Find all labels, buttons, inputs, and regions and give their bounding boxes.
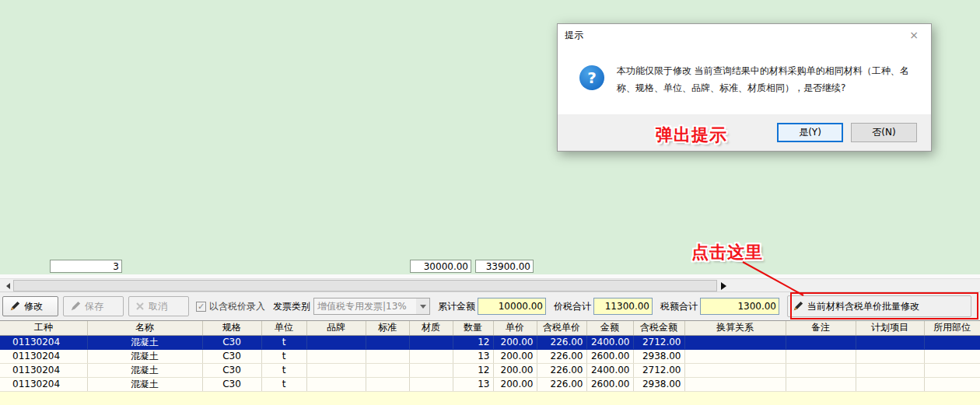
table-row[interactable]: 01130204混凝土C30t13200.00226.002600.002938… (0, 349, 980, 363)
tax-total-field[interactable] (700, 298, 779, 315)
cell[interactable]: 2938.00 (633, 349, 684, 363)
cell[interactable] (409, 377, 453, 391)
question-icon: ? (579, 65, 604, 90)
cell[interactable] (924, 335, 980, 349)
cell[interactable]: 2600.00 (586, 349, 633, 363)
summary-tax-amount-field[interactable] (475, 260, 534, 273)
cell[interactable]: 12 (453, 363, 493, 377)
cell[interactable]: t (261, 335, 306, 349)
cell[interactable]: 226.00 (537, 377, 586, 391)
cell[interactable] (856, 335, 924, 349)
batch-modify-button[interactable]: 当前材料含税单价批量修改 (787, 295, 971, 317)
dialog-titlebar[interactable]: 提示 (558, 24, 931, 46)
cell[interactable]: 2712.00 (633, 363, 684, 377)
cell[interactable]: 200.00 (493, 335, 537, 349)
save-button[interactable]: 保存 (63, 296, 124, 316)
no-button[interactable]: 否(N) (851, 123, 917, 142)
cell[interactable] (924, 377, 980, 391)
cumulative-amount-field[interactable] (478, 298, 546, 315)
cell[interactable]: 2938.00 (633, 377, 684, 391)
column-header-12: 换算关系 (684, 321, 786, 335)
cell[interactable]: 200.00 (493, 377, 537, 391)
annotation-arrow-line (735, 260, 813, 299)
cell[interactable] (924, 349, 980, 363)
cell[interactable] (366, 349, 409, 363)
cancel-button[interactable]: 取消 (128, 296, 189, 316)
dialog-footer: 是(Y) 否(N) (558, 114, 931, 151)
cell[interactable] (684, 377, 786, 391)
cell[interactable]: C30 (202, 363, 261, 377)
cell[interactable] (786, 335, 856, 349)
cell[interactable]: 13 (453, 349, 493, 363)
cell[interactable] (856, 349, 924, 363)
cell[interactable]: 226.00 (537, 349, 586, 363)
column-header-2: 规格 (202, 321, 261, 335)
cell[interactable]: 01130204 (0, 363, 87, 377)
cell[interactable]: 混凝土 (87, 363, 202, 377)
cell[interactable] (306, 363, 366, 377)
scroll-right-button[interactable] (719, 279, 732, 292)
cell[interactable] (306, 349, 366, 363)
table-row[interactable]: 01130204混凝土C30t12200.00226.002400.002712… (0, 335, 980, 349)
cell[interactable]: 200.00 (493, 349, 537, 363)
price-tax-total-field[interactable] (593, 298, 653, 315)
cell[interactable]: 2600.00 (586, 377, 633, 391)
cell[interactable]: C30 (202, 335, 261, 349)
close-icon[interactable]: × (897, 24, 931, 46)
table-row[interactable]: 01130204混凝土C30t13200.00226.002600.002938… (0, 377, 980, 391)
cell[interactable] (306, 377, 366, 391)
cell[interactable]: t (261, 363, 306, 377)
cell[interactable] (409, 363, 453, 377)
column-header-14: 计划项目 (856, 321, 924, 335)
column-header-7: 数量 (453, 321, 493, 335)
cell[interactable]: 226.00 (537, 363, 586, 377)
modify-button[interactable]: 修改 (2, 296, 58, 316)
dialog-title: 提示 (565, 29, 583, 42)
cell[interactable]: 01130204 (0, 349, 87, 363)
cell[interactable]: 01130204 (0, 377, 87, 391)
cell[interactable] (786, 377, 856, 391)
summary-amount-field[interactable] (410, 260, 471, 273)
summary-count-field[interactable] (50, 260, 122, 273)
cell[interactable]: 13 (453, 377, 493, 391)
cell[interactable] (856, 363, 924, 377)
cell[interactable]: 226.00 (537, 335, 586, 349)
yes-button[interactable]: 是(Y) (777, 123, 843, 142)
cell[interactable] (684, 335, 786, 349)
cell[interactable]: t (261, 349, 306, 363)
cell[interactable]: C30 (202, 349, 261, 363)
checkbox-check-icon: ✓ (196, 302, 206, 312)
cell[interactable] (366, 363, 409, 377)
cell[interactable]: 12 (453, 335, 493, 349)
column-header-11: 含税金额 (633, 321, 684, 335)
cell[interactable]: 2712.00 (633, 335, 684, 349)
cell[interactable] (409, 349, 453, 363)
cell[interactable] (786, 349, 856, 363)
invoice-type-select[interactable]: 增值税专用发票|13% (313, 298, 430, 315)
cell[interactable]: t (261, 377, 306, 391)
cell[interactable]: 01130204 (0, 335, 87, 349)
cancel-button-label: 取消 (149, 300, 167, 313)
cell[interactable]: 2400.00 (586, 335, 633, 349)
cell[interactable]: C30 (202, 377, 261, 391)
cell[interactable] (366, 335, 409, 349)
cell[interactable] (924, 363, 980, 377)
cell[interactable] (306, 335, 366, 349)
cell[interactable]: 混凝土 (87, 349, 202, 363)
cell[interactable] (684, 349, 786, 363)
horizontal-scrollbar[interactable] (0, 278, 980, 292)
cell[interactable] (856, 377, 924, 391)
cell[interactable] (409, 335, 453, 349)
cell[interactable]: 200.00 (493, 363, 537, 377)
scrollbar-thumb[interactable] (13, 280, 717, 292)
cell[interactable] (786, 363, 856, 377)
scroll-left-button[interactable] (0, 279, 13, 292)
cell[interactable]: 混凝土 (87, 377, 202, 391)
cell[interactable]: 2400.00 (586, 363, 633, 377)
dialog-message: 本功能仅限于修改 当前查询结果中的材料采购单的相同材料（工种、名称、规格、单位、… (617, 62, 926, 96)
table-row[interactable]: 01130204混凝土C30t12200.00226.002400.002712… (0, 363, 980, 377)
cell[interactable]: 混凝土 (87, 335, 202, 349)
cell[interactable] (366, 377, 409, 391)
tax-price-entry-checkbox[interactable]: ✓ 以含税价录入 (196, 300, 265, 313)
cell[interactable] (684, 363, 786, 377)
